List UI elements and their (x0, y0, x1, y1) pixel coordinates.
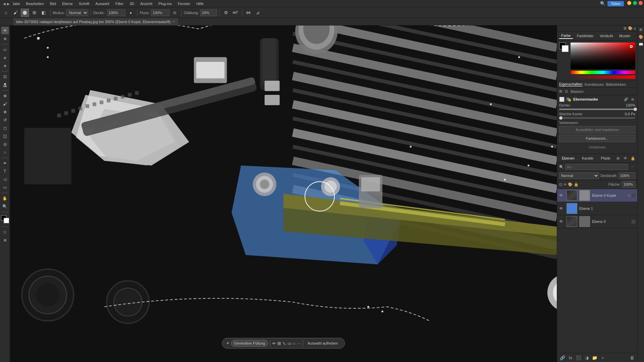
background-swatch[interactable] (562, 45, 569, 52)
grid-icon[interactable]: ⊞ (277, 341, 281, 346)
layer-lock-icon[interactable]: 🔒 (630, 155, 636, 161)
strip-icon-2[interactable]: 🎨 (638, 34, 644, 40)
angle-icon[interactable]: ⊕0° (231, 9, 239, 17)
panel-icon-3[interactable]: ≡ (634, 26, 636, 31)
square-select-icon[interactable]: ▭ (287, 341, 291, 346)
minimize-button[interactable] (627, 1, 631, 5)
tab-verlaeufe[interactable]: Verläufe (598, 33, 615, 39)
marquee-tool[interactable]: ▭ (1, 46, 9, 53)
more-icon[interactable]: ··· (297, 341, 301, 346)
menu-filter[interactable]: Filter (113, 1, 126, 6)
new-adjustment-button[interactable]: ◑ (583, 354, 590, 361)
tab-close-button[interactable]: × (173, 20, 175, 23)
hand-tool[interactable]: ✋ (1, 195, 9, 202)
lock-all-icon[interactable]: 🔒 (574, 182, 579, 187)
lasso-tool[interactable]: ⌀ (1, 54, 9, 61)
em-settings-icon[interactable]: ⊞ (630, 97, 635, 102)
layer-2-visibility[interactable]: 👁 (559, 219, 565, 224)
eyedropper-tool[interactable]: 🔬 (1, 81, 9, 88)
crop-tool[interactable]: ⊡ (1, 73, 9, 80)
move-tool[interactable]: ✛ (1, 27, 9, 34)
panel-icon-1[interactable]: ⊞ (624, 26, 627, 31)
eraser-tool[interactable]: ◻ (1, 124, 9, 132)
quick-select-tool[interactable]: ⊕ (1, 62, 9, 69)
expand-icon[interactable]: ⤡ (282, 341, 286, 346)
menu-auswahl[interactable]: Auswahl (93, 1, 112, 6)
pencil-icon[interactable]: ✏ (272, 341, 276, 346)
history-brush-tool[interactable]: ↺ (1, 116, 9, 124)
menu-3d[interactable]: 3D (127, 1, 137, 6)
opacity-icon[interactable]: ● (127, 9, 135, 17)
healing-brush-tool[interactable]: ⊕ (1, 92, 9, 100)
stamp-tool[interactable]: ⊕ (1, 108, 9, 116)
add-style-button[interactable]: fx (567, 354, 574, 361)
link-layers-button[interactable]: 🔗 (559, 354, 566, 361)
quick-mask-mode[interactable]: ⬡ (1, 228, 9, 236)
layer-blend-select[interactable]: Normal (559, 172, 599, 179)
color-gradient-picker[interactable] (571, 43, 635, 69)
symmetry-icon[interactable]: ⋈ (245, 9, 253, 17)
panel-icon-2[interactable]: 🎨 (628, 26, 633, 31)
lock-move-icon[interactable]: ✛ (564, 182, 567, 187)
tab-eigenschaften[interactable]: Eigenschaften (559, 82, 583, 86)
menu-bearbeiten[interactable]: Bearbeiten (23, 1, 47, 6)
extra-icon[interactable]: ⊿ (254, 9, 262, 17)
menu-ebene[interactable]: Ebene (59, 1, 75, 6)
layer-tab-kanaele[interactable]: Kanäle (579, 156, 596, 161)
flow-input[interactable] (151, 9, 169, 16)
layer-eye-icon[interactable]: 👁 (623, 155, 629, 161)
tab-farbe[interactable]: Farbe (559, 33, 573, 39)
menu-fenster[interactable]: Fenster (175, 1, 193, 6)
dodge-tool[interactable]: ○ (1, 148, 9, 156)
circle-select-icon[interactable]: ○ (293, 341, 296, 346)
weiche-kante-slider-thumb[interactable] (559, 116, 562, 120)
dichte-slider[interactable] (559, 109, 635, 110)
artboard-tool[interactable]: ⊞ (1, 35, 9, 42)
generative-fill-button[interactable]: Generative Füllung (231, 340, 268, 347)
menu-schrift[interactable]: Schrift (76, 1, 92, 6)
brush-settings-icon[interactable]: ⊞ (30, 9, 38, 17)
dichte-slider-thumb[interactable] (634, 108, 637, 111)
auswaehlen-maskieren-button[interactable]: Auswählen und maskieren (559, 126, 635, 133)
blur-tool[interactable]: ◎ (1, 140, 9, 148)
tab-farbfelder[interactable]: Farbfelder (575, 33, 596, 39)
shape-tool[interactable]: ▭ (1, 184, 9, 191)
tab-scroll-left[interactable]: ◀ (3, 2, 6, 6)
tab-scroll-right[interactable]: ▶ (7, 2, 10, 6)
hue-slider[interactable] (571, 71, 635, 74)
deselect-button[interactable]: Auswahl aufheben (305, 340, 341, 346)
background-color[interactable] (4, 218, 9, 223)
brush-tool-icon[interactable]: 🖌 (11, 9, 19, 17)
pen-tool[interactable]: ✒ (1, 160, 9, 167)
color-swatches[interactable] (1, 215, 9, 223)
type-tool[interactable]: T (1, 168, 9, 175)
zoom-tool[interactable]: 🔍 (1, 203, 9, 210)
layer-kind-icon[interactable]: ⋯ (629, 164, 635, 170)
layer-item-1[interactable]: 👁 Ebene 1 (557, 202, 637, 215)
menu-plugins[interactable]: Plug-ins (156, 1, 174, 6)
search-icon[interactable]: 🔍 (600, 1, 605, 6)
flow-icon[interactable]: ◎ (171, 9, 179, 17)
menu-hilfe[interactable]: Hilfe (194, 1, 206, 6)
settings-icon[interactable]: ⚙ (222, 9, 230, 17)
layer-search-input[interactable] (565, 164, 628, 170)
em-link-icon[interactable]: 🔗 (623, 97, 629, 102)
layer-1-visibility[interactable]: 👁 (559, 206, 565, 211)
lock-pixel-icon[interactable]: ⊡ (559, 182, 562, 187)
tab-bibliotheken[interactable]: Bibliotheken (606, 82, 626, 86)
layer-view-icon[interactable]: ⊞ (615, 155, 621, 161)
screen-mode[interactable]: ⊞ (1, 236, 9, 244)
layer-item-2[interactable]: 👁 Ebene 0 ⬛ (557, 215, 637, 228)
layer-0-visibility[interactable]: 👁 (559, 193, 565, 198)
share-button[interactable]: Teilen (607, 1, 624, 6)
menu-bild[interactable]: Bild (47, 1, 59, 6)
menu-ansicht[interactable]: Ansicht (138, 1, 155, 6)
delete-layer-button[interactable]: 🗑 (629, 354, 635, 361)
strip-icon-3[interactable]: 📖 (638, 42, 644, 47)
opacity-input[interactable] (107, 9, 125, 16)
blend-mode-select[interactable]: Normal (66, 9, 88, 16)
farbbereich-button[interactable]: Farbbereich... (559, 135, 635, 142)
layer-search-field[interactable] (565, 164, 628, 170)
layer-tab-ebenen[interactable]: Ebenen (559, 156, 577, 161)
strip-icon-1[interactable]: ⊞ (638, 27, 644, 32)
